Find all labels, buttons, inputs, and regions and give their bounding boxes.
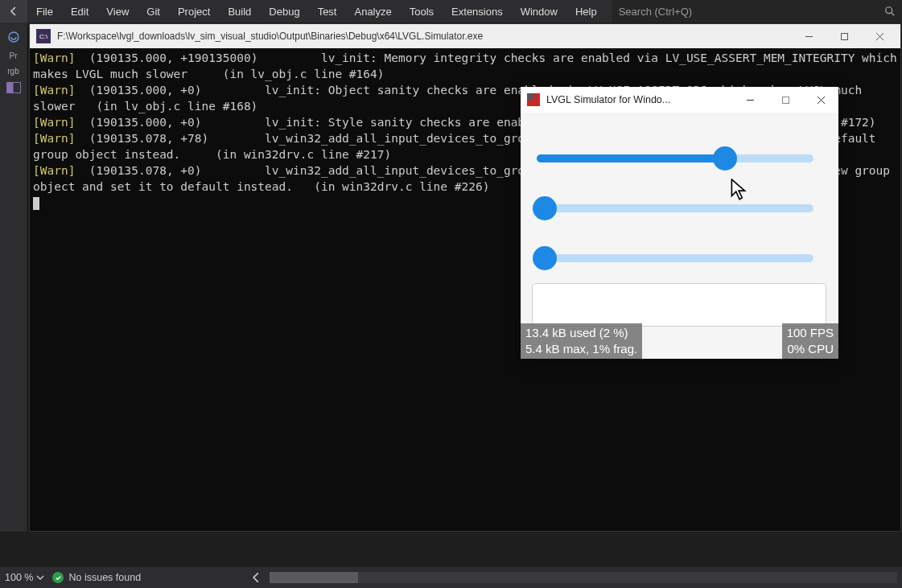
issues-text: No issues found <box>68 572 141 583</box>
sim-titlebar[interactable]: LVGL Simulator for Windo... <box>521 87 838 113</box>
svg-point-2 <box>9 32 19 42</box>
slider-3[interactable] <box>537 251 813 264</box>
console-close-button[interactable] <box>862 24 897 48</box>
console-minimize-button[interactable] <box>791 24 826 48</box>
sim-maximize-button[interactable] <box>768 87 803 113</box>
scrollbar-thumb[interactable] <box>270 572 358 583</box>
sim-perf-hud: 100 FPS 0% CPU <box>782 323 838 359</box>
zoom-value: 100 % <box>5 572 33 583</box>
menu-edit[interactable]: Edit <box>62 0 97 23</box>
menu-analyze[interactable]: Analyze <box>345 0 400 23</box>
svg-rect-10 <box>782 97 789 103</box>
menu-test[interactable]: Test <box>309 0 346 23</box>
menu-file[interactable]: File <box>27 0 62 23</box>
menu-build[interactable]: Build <box>219 0 260 23</box>
editor-background <box>0 532 902 567</box>
cmd-icon: C:\ <box>36 29 51 43</box>
horizontal-scrollbar[interactable] <box>270 572 897 583</box>
global-search-input[interactable]: Search (Ctrl+Q) <box>612 0 902 23</box>
gutter-tab-1[interactable] <box>2 31 25 45</box>
menu-window[interactable]: Window <box>512 0 566 23</box>
sim-body: 13.4 kB used (2 %) 5.4 kB max, 1% frag. … <box>521 113 838 359</box>
lvgl-simulator-window: LVGL Simulator for Windo... 13.4 k <box>521 87 838 359</box>
console-maximize-button[interactable] <box>826 24 862 48</box>
slider-knob[interactable] <box>713 146 737 171</box>
sim-memory-hud: 13.4 kB used (2 %) 5.4 kB max, 1% frag. <box>521 323 642 359</box>
chevron-down-icon <box>36 574 44 582</box>
lvgl-icon <box>527 93 540 106</box>
gutter-tab-3[interactable]: rgb <box>2 67 25 76</box>
hud-mem-frag: 5.4 kB max, 1% frag. <box>525 341 637 357</box>
sim-textarea[interactable] <box>532 283 826 327</box>
hud-cpu: 0% CPU <box>787 341 834 357</box>
console-title: F:\Workspace\lvgl_downloads\lv_sim_visua… <box>57 31 791 42</box>
side-gutter: Pr rgb <box>0 23 27 562</box>
menu-view[interactable]: View <box>97 0 138 23</box>
check-circle-icon <box>52 572 64 583</box>
svg-rect-6 <box>841 33 847 39</box>
search-icon <box>884 6 896 17</box>
hud-mem-used: 13.4 kB used (2 %) <box>525 325 637 341</box>
slider-knob[interactable] <box>533 196 557 220</box>
sim-title: LVGL Simulator for Windo... <box>546 94 732 105</box>
nav-back-button[interactable] <box>0 0 27 23</box>
statusbar: 100 % No issues found <box>0 567 902 588</box>
cursor-icon <box>730 179 748 201</box>
slider-2[interactable] <box>537 201 813 214</box>
slider-track <box>537 204 813 212</box>
issues-indicator[interactable]: No issues found <box>52 572 141 583</box>
slider-knob[interactable] <box>533 246 557 270</box>
vs-menubar: File Edit View Git Project Build Debug T… <box>0 0 902 23</box>
svg-line-1 <box>892 13 895 16</box>
search-placeholder: Search (Ctrl+Q) <box>619 6 692 18</box>
menu-debug[interactable]: Debug <box>260 0 308 23</box>
menu-help[interactable]: Help <box>566 0 606 23</box>
hud-fps: 100 FPS <box>787 325 834 341</box>
slider-1[interactable] <box>537 151 813 164</box>
menu-tools[interactable]: Tools <box>401 0 443 23</box>
zoom-control[interactable]: 100 % <box>5 572 44 583</box>
sim-minimize-button[interactable] <box>732 87 768 113</box>
gutter-tab-4[interactable] <box>2 82 25 95</box>
menu-extensions[interactable]: Extensions <box>443 0 512 23</box>
sim-close-button[interactable] <box>803 87 838 113</box>
svg-rect-4 <box>6 83 13 93</box>
menu-git[interactable]: Git <box>138 0 169 23</box>
menu-project[interactable]: Project <box>169 0 219 23</box>
console-titlebar[interactable]: C:\ F:\Workspace\lvgl_downloads\lv_sim_v… <box>30 24 900 48</box>
slider-fill <box>537 154 725 162</box>
gutter-tab-2[interactable]: Pr <box>2 51 25 60</box>
slider-track <box>537 254 813 262</box>
svg-point-0 <box>886 7 892 14</box>
scroll-left-button[interactable] <box>250 572 262 583</box>
